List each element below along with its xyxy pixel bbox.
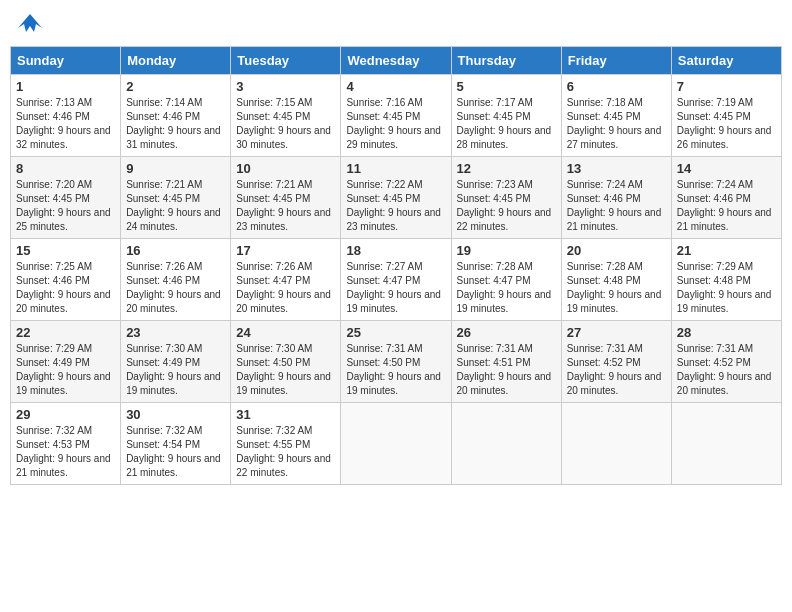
day-info: Sunrise: 7:30 AMSunset: 4:49 PMDaylight:… [126,342,225,398]
calendar-cell: 29Sunrise: 7:32 AMSunset: 4:53 PMDayligh… [11,403,121,485]
day-number: 17 [236,243,335,258]
page-header [10,10,782,38]
day-number: 10 [236,161,335,176]
day-info: Sunrise: 7:24 AMSunset: 4:46 PMDaylight:… [567,178,666,234]
day-info: Sunrise: 7:16 AMSunset: 4:45 PMDaylight:… [346,96,445,152]
day-info: Sunrise: 7:15 AMSunset: 4:45 PMDaylight:… [236,96,335,152]
calendar-cell: 10Sunrise: 7:21 AMSunset: 4:45 PMDayligh… [231,157,341,239]
day-info: Sunrise: 7:30 AMSunset: 4:50 PMDaylight:… [236,342,335,398]
day-number: 15 [16,243,115,258]
calendar-cell: 15Sunrise: 7:25 AMSunset: 4:46 PMDayligh… [11,239,121,321]
day-info: Sunrise: 7:20 AMSunset: 4:45 PMDaylight:… [16,178,115,234]
calendar-table: SundayMondayTuesdayWednesdayThursdayFrid… [10,46,782,485]
calendar-cell: 9Sunrise: 7:21 AMSunset: 4:45 PMDaylight… [121,157,231,239]
col-header-thursday: Thursday [451,47,561,75]
logo [14,10,44,38]
day-number: 26 [457,325,556,340]
day-number: 22 [16,325,115,340]
day-info: Sunrise: 7:28 AMSunset: 4:47 PMDaylight:… [457,260,556,316]
day-number: 16 [126,243,225,258]
day-number: 28 [677,325,776,340]
day-number: 6 [567,79,666,94]
day-info: Sunrise: 7:31 AMSunset: 4:51 PMDaylight:… [457,342,556,398]
col-header-sunday: Sunday [11,47,121,75]
calendar-cell: 19Sunrise: 7:28 AMSunset: 4:47 PMDayligh… [451,239,561,321]
calendar-cell: 16Sunrise: 7:26 AMSunset: 4:46 PMDayligh… [121,239,231,321]
day-number: 3 [236,79,335,94]
calendar-cell: 12Sunrise: 7:23 AMSunset: 4:45 PMDayligh… [451,157,561,239]
day-number: 4 [346,79,445,94]
calendar-cell: 30Sunrise: 7:32 AMSunset: 4:54 PMDayligh… [121,403,231,485]
calendar-cell: 22Sunrise: 7:29 AMSunset: 4:49 PMDayligh… [11,321,121,403]
day-info: Sunrise: 7:29 AMSunset: 4:49 PMDaylight:… [16,342,115,398]
day-number: 14 [677,161,776,176]
day-info: Sunrise: 7:27 AMSunset: 4:47 PMDaylight:… [346,260,445,316]
day-number: 27 [567,325,666,340]
day-info: Sunrise: 7:17 AMSunset: 4:45 PMDaylight:… [457,96,556,152]
day-number: 29 [16,407,115,422]
day-info: Sunrise: 7:13 AMSunset: 4:46 PMDaylight:… [16,96,115,152]
day-number: 18 [346,243,445,258]
calendar-cell: 3Sunrise: 7:15 AMSunset: 4:45 PMDaylight… [231,75,341,157]
calendar-cell [451,403,561,485]
col-header-tuesday: Tuesday [231,47,341,75]
day-number: 21 [677,243,776,258]
calendar-cell: 5Sunrise: 7:17 AMSunset: 4:45 PMDaylight… [451,75,561,157]
calendar-cell [671,403,781,485]
day-info: Sunrise: 7:29 AMSunset: 4:48 PMDaylight:… [677,260,776,316]
day-info: Sunrise: 7:24 AMSunset: 4:46 PMDaylight:… [677,178,776,234]
day-number: 7 [677,79,776,94]
calendar-cell: 6Sunrise: 7:18 AMSunset: 4:45 PMDaylight… [561,75,671,157]
calendar-cell [561,403,671,485]
calendar-cell: 26Sunrise: 7:31 AMSunset: 4:51 PMDayligh… [451,321,561,403]
calendar-cell: 7Sunrise: 7:19 AMSunset: 4:45 PMDaylight… [671,75,781,157]
day-info: Sunrise: 7:21 AMSunset: 4:45 PMDaylight:… [236,178,335,234]
logo-bird-icon [16,10,44,38]
calendar-cell: 25Sunrise: 7:31 AMSunset: 4:50 PMDayligh… [341,321,451,403]
day-info: Sunrise: 7:31 AMSunset: 4:50 PMDaylight:… [346,342,445,398]
day-info: Sunrise: 7:32 AMSunset: 4:55 PMDaylight:… [236,424,335,480]
day-number: 8 [16,161,115,176]
calendar-cell: 28Sunrise: 7:31 AMSunset: 4:52 PMDayligh… [671,321,781,403]
day-number: 31 [236,407,335,422]
calendar-cell: 21Sunrise: 7:29 AMSunset: 4:48 PMDayligh… [671,239,781,321]
calendar-cell: 17Sunrise: 7:26 AMSunset: 4:47 PMDayligh… [231,239,341,321]
day-number: 23 [126,325,225,340]
calendar-cell [341,403,451,485]
calendar-cell: 11Sunrise: 7:22 AMSunset: 4:45 PMDayligh… [341,157,451,239]
day-number: 1 [16,79,115,94]
calendar-cell: 18Sunrise: 7:27 AMSunset: 4:47 PMDayligh… [341,239,451,321]
calendar-cell: 20Sunrise: 7:28 AMSunset: 4:48 PMDayligh… [561,239,671,321]
day-info: Sunrise: 7:31 AMSunset: 4:52 PMDaylight:… [567,342,666,398]
day-number: 11 [346,161,445,176]
day-number: 20 [567,243,666,258]
calendar-cell: 13Sunrise: 7:24 AMSunset: 4:46 PMDayligh… [561,157,671,239]
day-number: 25 [346,325,445,340]
calendar-cell: 23Sunrise: 7:30 AMSunset: 4:49 PMDayligh… [121,321,231,403]
calendar-cell: 1Sunrise: 7:13 AMSunset: 4:46 PMDaylight… [11,75,121,157]
calendar-cell: 4Sunrise: 7:16 AMSunset: 4:45 PMDaylight… [341,75,451,157]
day-number: 2 [126,79,225,94]
col-header-monday: Monday [121,47,231,75]
day-number: 12 [457,161,556,176]
day-number: 30 [126,407,225,422]
day-number: 19 [457,243,556,258]
svg-marker-0 [18,14,42,32]
day-info: Sunrise: 7:21 AMSunset: 4:45 PMDaylight:… [126,178,225,234]
day-number: 5 [457,79,556,94]
calendar-cell: 24Sunrise: 7:30 AMSunset: 4:50 PMDayligh… [231,321,341,403]
calendar-cell: 31Sunrise: 7:32 AMSunset: 4:55 PMDayligh… [231,403,341,485]
day-info: Sunrise: 7:26 AMSunset: 4:47 PMDaylight:… [236,260,335,316]
calendar-cell: 14Sunrise: 7:24 AMSunset: 4:46 PMDayligh… [671,157,781,239]
col-header-saturday: Saturday [671,47,781,75]
day-info: Sunrise: 7:25 AMSunset: 4:46 PMDaylight:… [16,260,115,316]
day-info: Sunrise: 7:26 AMSunset: 4:46 PMDaylight:… [126,260,225,316]
day-info: Sunrise: 7:14 AMSunset: 4:46 PMDaylight:… [126,96,225,152]
day-number: 9 [126,161,225,176]
day-info: Sunrise: 7:28 AMSunset: 4:48 PMDaylight:… [567,260,666,316]
col-header-friday: Friday [561,47,671,75]
day-info: Sunrise: 7:22 AMSunset: 4:45 PMDaylight:… [346,178,445,234]
day-number: 24 [236,325,335,340]
calendar-cell: 2Sunrise: 7:14 AMSunset: 4:46 PMDaylight… [121,75,231,157]
day-number: 13 [567,161,666,176]
